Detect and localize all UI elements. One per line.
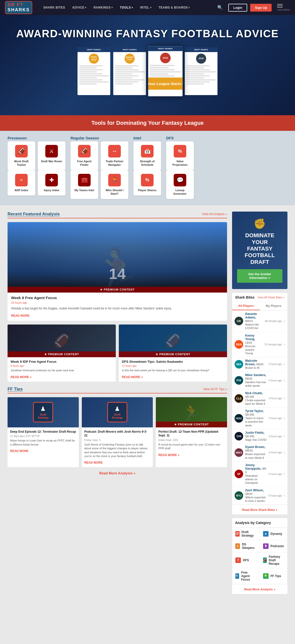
free-agent-focus-label: Free Agent Focus [241,571,257,581]
tool-strength-schedule[interactable]: 📅 Strength of Schedule [133,141,161,170]
shark-item-7[interactable]: WAS Dyami Brown, WR/20 Brown expected to… [232,444,287,462]
analysis-category-header: Analysis by Category [232,518,287,528]
nav-tools[interactable]: TOOLS▾ [116,0,136,15]
analysis-ds-sleepers[interactable]: Z DS Sleepers [232,540,260,552]
search-icon[interactable]: 🔍 [215,5,225,10]
shark-player-9: Zach Wilson, QB/20 [245,489,267,496]
nav-teams-boards[interactable]: TEAMS & BOARDS▾ [155,0,194,15]
ff-tips-category-label: FF Tips [271,574,281,578]
mini-premium-1: ★ PREMIUM CONTENT [8,351,116,357]
fist-icon: ✊ [237,218,282,230]
signup-button[interactable]: Sign Up [250,4,272,12]
hero-paper-center: Draft Sharks 2015 Winning Your League St… [148,46,183,96]
tool-value-projections[interactable]: % Value Projections [166,141,194,170]
shark-item-4[interactable]: CLE Nick Chubb, QB (08) Chubb expected b… [232,390,287,408]
analysis-free-agent-focus[interactable]: 🔍 Free Agent Focus [232,568,260,584]
analysis-dynasty[interactable]: ● Dynasty [260,528,287,540]
ff-tips-header: FF Tips View All FF Tips » [8,387,227,393]
teams-intel-icon: 🧰 [78,174,91,186]
shark-arrow-9: › [284,494,285,497]
ff-tip-1-image: ♟ DraftStrategy [8,397,79,427]
nav-rankings[interactable]: RANKINGS▾ [90,0,117,15]
mini-title-2: DFS Showdown Tips: Saints-Seahawks [122,360,224,364]
mock-draft-label: Mock Draft Trainer [10,159,33,167]
mini-article-2-body: DFS Showdown Tips: Saints-Seahawks 12 ho… [119,357,227,381]
view-all-ff-tips[interactable]: View All FF Tips » [203,387,227,391]
shark-tab-my-players[interactable]: My Players [260,302,287,310]
mini-article-1-body: Week 8 IDP Free Agent Focus 8 hours ago … [8,357,116,381]
hide-menu-button[interactable]: HIDE MENU [277,4,290,11]
shark-bites-title: Shark Bites [235,295,254,299]
mini-excerpt-2: Is this the best week yet for leaving a … [122,369,224,372]
logo-top: DR FT [8,3,30,8]
dfs-label: DFS [243,558,249,562]
tool-lineup-gen[interactable]: 💬 Lineup Generator [166,170,194,199]
featured-read-more[interactable]: Read More [11,314,29,317]
injury-label: Injury Index [40,188,63,192]
shark-item-6[interactable]: CHI Justin Fields, QB (08) Nagy has COVI… [232,429,287,444]
analysis-read-more-link[interactable]: Read More Analysis » [244,588,275,591]
lineup-gen-label: Lineup Generator [169,188,191,196]
analysis-ff-tips[interactable]: 💡 FF Tips [260,568,287,584]
mini-article-1: 🏈 ★ PREMIUM CONTENT Week 8 IDP Free Agen… [8,325,116,381]
shark-info-1: Kenny Young, LB/20 Broncos acquire Young [245,334,263,355]
shark-news-5: Taylor to return to practice this week [245,416,267,427]
logo[interactable]: DR FT SHARKS [5,1,32,14]
bottom-read-more-link[interactable]: Read More Analysis » [99,471,135,475]
shark-item-8[interactable]: SF Jimmy Garoppolo, WR D Shanahan waives… [232,462,287,487]
shark-item-5[interactable]: HOU Tyrod Taylor, QB (08) Taylor to retu… [232,408,287,429]
tool-adp-index[interactable]: ≡ ADP Index [8,170,35,195]
bottom-read-more: Read More Analysis » [8,467,227,479]
login-button[interactable]: Login [228,4,247,12]
shark-bites-header: Shark Bites View All Shark Bites » [232,293,287,302]
tool-mock-draft[interactable]: 🏈 Mock Draft Trainer [8,141,35,170]
tool-trade-partner[interactable]: ↔ Trade Partner Navigator [101,141,128,170]
hero-cta-button[interactable]: Winning Your League Starts Here ▶ [148,77,183,90]
promo-cta-button[interactable]: Get the Insider Information > [237,269,282,283]
ff-tip-3-body: Perfect Draft: 12-Team Non-PPR (Updated … [156,427,227,460]
analysis-podcasts[interactable]: 🎙 Podcasts [260,540,287,552]
analysis-dfs[interactable]: 7 DFS [232,552,260,568]
shark-item-9[interactable]: NYJ Zach Wilson, QB/20 Wilson expected t… [232,487,287,505]
shark-time-1: 52 minutes ago [265,343,282,346]
shark-bites-view-all[interactable]: View All Shark Bites » [257,296,284,299]
more-shark-bites-link[interactable]: Read More Shark Bites » [242,508,278,512]
tool-injury-index[interactable]: ✚ Injury Index [38,170,65,195]
view-all-analysis[interactable]: View All Analysis » [202,212,227,216]
mini-read-more-1[interactable]: READ MORE » [11,375,31,379]
shark-arrow-7: › [284,451,285,454]
team-logo-den: DEN [235,340,243,349]
tool-draft-war-room[interactable]: ⚔ Draft War Room [38,141,65,170]
free-agent-icon: 🏈 [78,145,91,157]
nav-shark-bites[interactable]: SHARK BITES [40,0,69,15]
ff-tip-3-read-more[interactable]: READ MORE » [158,453,179,457]
shark-time-4: 3 hours ago [269,397,282,400]
tool-who-start[interactable]: 🏃 Who Should I Start? [101,170,128,199]
shark-tab-all-players[interactable]: All Players [232,302,260,310]
featured-article-body: Week 8 Free Agent Focus 10 hours ago Alr… [8,293,227,321]
more-shark-bites: Read More Shark Bites » [232,505,287,514]
ff-tip-1-excerpt: Adam brings in Louie Gee to recap an FFP… [10,439,76,447]
tool-player-shares[interactable]: % Player Shares [133,170,161,195]
value-proj-label: Value Projections [169,159,191,167]
team-logo-nyj: NYJ [235,491,243,500]
shark-player-3: Miles Sanders, RB/26 [245,373,267,380]
shark-item-2[interactable]: MIA Malcolm Brown, RB/28 Brown to IR 2 h… [232,357,287,372]
tool-my-teams-intel[interactable]: 🧰 My Teams Intel [70,170,98,199]
analysis-fantasy-draft-recaps[interactable]: 🏈 Fantasy Draft Recaps [260,552,287,568]
ff-tip-1-read-more[interactable]: READ MORE [10,449,28,453]
podcasts-icon: 🎙 [263,543,269,549]
mini-read-more-2[interactable]: READ MORE » [122,375,143,379]
team-logo-gb: GB [235,317,243,325]
nav-advice[interactable]: ADVICE▾ [69,0,90,15]
nav-right: 🔍 Login Sign Up HIDE MENU [215,4,290,12]
ff-tip-2-read-more[interactable]: READ MORE [84,461,103,464]
shark-item-3[interactable]: PHI Miles Sanders, RB/26 Sanders has low… [232,372,287,390]
analysis-draft-strategy[interactable]: ⏱ Draft Strategy [232,528,260,540]
trade-icon: ↔ [108,145,121,157]
shark-item-0[interactable]: GB Davante Adams, WR/12 Adams hits COVID… [232,310,287,332]
tool-free-agent[interactable]: 🏈 Free Agent Finder [70,141,98,170]
nav-intel[interactable]: INTEL▾ [136,0,155,15]
shark-item-1[interactable]: DEN Kenny Young, LB/20 Broncos acquire Y… [232,332,287,357]
premium-badge: ★ PREMIUM CONTENT [8,287,227,293]
